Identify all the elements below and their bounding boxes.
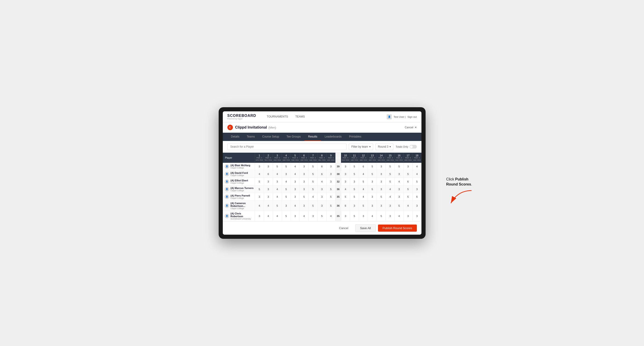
hole-14-score[interactable]: 3 <box>377 185 386 193</box>
hole-15-score[interactable]: 3 <box>386 200 394 211</box>
hole-12-score[interactable]: 4 <box>359 170 368 178</box>
hole-16-score[interactable]: 3 <box>394 170 404 178</box>
hole-9-score[interactable]: 5 <box>326 200 336 211</box>
hole-4-score[interactable]: 5 <box>282 163 290 170</box>
hole-2-score[interactable]: 4 <box>264 211 273 221</box>
hole-6-score[interactable]: 3 <box>300 185 308 193</box>
hole-8-score[interactable]: 5 <box>318 211 326 221</box>
hole-6-score[interactable]: 3 <box>300 178 308 185</box>
hole-10-score[interactable]: 3 <box>341 163 350 170</box>
hole-2-score[interactable]: 3 <box>264 193 273 200</box>
hole-1-score[interactable]: 5 <box>255 185 264 193</box>
hole-7-score[interactable]: 5 <box>308 170 318 178</box>
hole-3-score[interactable]: 4 <box>273 211 282 221</box>
cancel-button[interactable]: Cancel <box>334 224 353 232</box>
hole-14-score[interactable]: 5 <box>377 193 386 200</box>
hole-13-score[interactable]: 3 <box>368 178 377 185</box>
hole-14-score[interactable]: 3 <box>377 200 386 211</box>
tab-leaderboards[interactable]: Leaderboards <box>321 133 345 141</box>
hole-4-score[interactable]: 5 <box>282 211 290 221</box>
hole-14-score[interactable]: 3 <box>377 163 386 170</box>
hole-5-score[interactable]: 4 <box>290 163 300 170</box>
hole-11-score[interactable]: 5 <box>350 185 359 193</box>
hole-13-score[interactable]: 3 <box>368 193 377 200</box>
hole-5-score[interactable]: 3 <box>290 211 300 221</box>
hole-4-score[interactable]: 3 <box>282 200 290 211</box>
hole-10-score[interactable]: 3 <box>341 211 350 221</box>
hole-13-score[interactable]: 3 <box>368 200 377 211</box>
hole-8-score[interactable]: 3 <box>318 193 326 200</box>
filter-team-select[interactable]: Filter by team ▾ <box>349 143 373 150</box>
hole-8-score[interactable]: 3 <box>318 200 326 211</box>
hole-15-score[interactable]: 3 <box>386 211 394 221</box>
sign-out-link[interactable]: Sign out <box>408 116 416 118</box>
hole-9-score[interactable]: 3 <box>326 178 336 185</box>
hole-18-score[interactable]: 4 <box>412 163 421 170</box>
tab-details[interactable]: Details <box>228 133 243 141</box>
hole-5-score[interactable]: 3 <box>290 178 300 185</box>
hole-7-score[interactable]: 5 <box>308 200 318 211</box>
hole-10-score[interactable]: 4 <box>341 185 350 193</box>
hole-6-score[interactable]: 3 <box>300 163 308 170</box>
hole-3-score[interactable]: 5 <box>273 163 282 170</box>
hole-16-score[interactable]: 3 <box>394 185 404 193</box>
hole-3-score[interactable]: 4 <box>273 185 282 193</box>
hole-13-score[interactable]: 4 <box>368 211 377 221</box>
hole-11-score[interactable]: 5 <box>350 170 359 178</box>
hole-1-score[interactable]: 3 <box>255 163 264 170</box>
hole-2-score[interactable]: 3 <box>264 163 273 170</box>
hole-7-score[interactable]: 5 <box>308 185 318 193</box>
hole-3-score[interactable]: 5 <box>273 200 282 211</box>
hole-7-score[interactable]: 3 <box>308 211 318 221</box>
hole-9-score[interactable]: 3 <box>326 170 336 178</box>
hole-17-score[interactable]: 5 <box>404 185 412 193</box>
hole-1-score[interactable]: 5 <box>255 178 264 185</box>
hole-9-score[interactable]: 3 <box>326 163 336 170</box>
hole-17-score[interactable]: 5 <box>404 170 412 178</box>
hole-18-score[interactable]: 6 <box>412 193 421 200</box>
hole-16-score[interactable]: 4 <box>394 211 404 221</box>
hole-13-score[interactable]: 5 <box>368 185 377 193</box>
hole-11-score[interactable]: 3 <box>350 200 359 211</box>
hole-9-score[interactable]: 5 <box>326 185 336 193</box>
hole-12-score[interactable]: 4 <box>359 185 368 193</box>
hole-16-score[interactable]: 5 <box>394 200 404 211</box>
hole-12-score[interactable]: 5 <box>359 178 368 185</box>
hole-5-score[interactable]: 3 <box>290 193 300 200</box>
hole-6-score[interactable]: 5 <box>300 193 308 200</box>
hole-12-score[interactable]: 3 <box>359 211 368 221</box>
hole-14-score[interactable]: 3 <box>377 170 386 178</box>
hole-2-score[interactable]: 6 <box>264 170 273 178</box>
cancel-tournament-btn[interactable]: Cancel ✕ <box>405 126 416 129</box>
hole-12-score[interactable]: 4 <box>359 193 368 200</box>
hole-15-score[interactable]: 4 <box>386 193 394 200</box>
hole-7-score[interactable]: 5 <box>308 178 318 185</box>
hole-8-score[interactable]: 6 <box>318 163 326 170</box>
hole-9-score[interactable]: 5 <box>326 193 336 200</box>
hole-15-score[interactable]: 5 <box>386 170 394 178</box>
hole-11-score[interactable]: 5 <box>350 163 359 170</box>
hole-17-score[interactable]: 3 <box>404 211 412 221</box>
hole-12-score[interactable]: 6 <box>359 163 368 170</box>
publish-round-scores-button[interactable]: Publish Round Scores <box>378 224 417 232</box>
hole-6-score[interactable]: 3 <box>300 170 308 178</box>
hole-5-score[interactable]: 4 <box>290 200 300 211</box>
hole-17-score[interactable]: 4 <box>404 200 412 211</box>
hole-13-score[interactable]: 5 <box>368 163 377 170</box>
hole-6-score[interactable]: 3 <box>300 200 308 211</box>
hole-12-score[interactable]: 5 <box>359 200 368 211</box>
hole-2-score[interactable]: 4 <box>264 200 273 211</box>
hole-16-score[interactable]: 5 <box>394 163 404 170</box>
tab-results[interactable]: Results <box>304 133 321 141</box>
hole-1-score[interactable]: 3 <box>255 211 264 221</box>
hole-10-score[interactable]: 3 <box>341 170 350 178</box>
hole-1-score[interactable]: 3 <box>255 193 264 200</box>
save-all-button[interactable]: Save All <box>355 224 376 232</box>
hole-8-score[interactable]: 4 <box>318 178 326 185</box>
hole-4-score[interactable]: 5 <box>282 193 290 200</box>
hole-1-score[interactable]: 4 <box>255 170 264 178</box>
hole-7-score[interactable]: 5 <box>308 163 318 170</box>
tab-tee-groups[interactable]: Tee Groups <box>283 133 304 141</box>
hole-14-score[interactable]: 5 <box>377 211 386 221</box>
hole-2-score[interactable]: 3 <box>264 185 273 193</box>
